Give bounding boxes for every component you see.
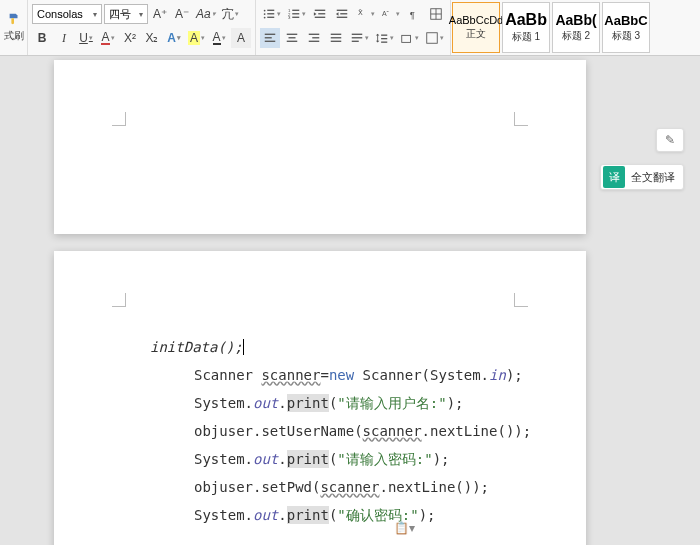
crop-mark-icon — [112, 112, 126, 126]
svg-rect-35 — [331, 41, 342, 42]
asian-layout-button[interactable]: Aˇ — [379, 4, 402, 24]
svg-rect-41 — [381, 38, 387, 39]
change-case-button[interactable]: Aa — [194, 4, 218, 24]
format-painter-icon — [7, 12, 21, 29]
ribbon-toolbar: 式刷 Consolas▾ 四号▾ A⁺ A⁻ Aa 宂 B I U A X² X… — [0, 0, 700, 56]
phonetic-button[interactable]: 宂 — [220, 4, 241, 24]
code-line: Scanner scanner=new Scanner(System.in); — [150, 361, 531, 389]
numbering-button[interactable]: 123 — [285, 4, 308, 24]
style-heading3[interactable]: AaBbC 标题 3 — [602, 2, 650, 53]
svg-rect-13 — [318, 13, 325, 14]
svg-rect-15 — [337, 10, 348, 11]
svg-rect-28 — [289, 37, 296, 38]
font-size-value: 四号 — [109, 7, 131, 22]
style-sample: AaBbC — [604, 13, 647, 28]
format-painter-label: 式刷 — [4, 29, 24, 43]
bullets-button[interactable] — [260, 4, 283, 24]
svg-text:¶: ¶ — [410, 9, 415, 20]
clear-format-button[interactable]: A — [231, 28, 251, 48]
distribute-button[interactable] — [348, 28, 371, 48]
align-center-button[interactable] — [282, 28, 302, 48]
align-left-button[interactable] — [260, 28, 280, 48]
style-label: 标题 2 — [562, 29, 590, 43]
crop-mark-icon — [112, 293, 126, 307]
svg-point-4 — [264, 17, 266, 19]
document-area: initData(); Scanner scanner=new Scanner(… — [0, 56, 700, 545]
text-effects-button[interactable]: A — [164, 28, 184, 48]
note-icon: ✎ — [665, 133, 675, 147]
text-cursor-icon — [243, 339, 244, 355]
shrink-font-button[interactable]: A⁻ — [172, 4, 192, 24]
page-prev[interactable] — [54, 60, 586, 234]
style-sample: AaBb — [505, 11, 547, 29]
svg-rect-9 — [292, 13, 299, 14]
svg-rect-34 — [331, 37, 342, 38]
full-translate-button[interactable]: 译 全文翻译 — [600, 164, 684, 190]
sort-button[interactable]: X̌ — [354, 4, 377, 24]
svg-rect-1 — [267, 10, 274, 11]
style-label: 标题 1 — [512, 30, 540, 44]
chevron-down-icon: ▾ — [139, 10, 143, 19]
translate-icon: 译 — [603, 166, 625, 188]
align-right-button[interactable] — [304, 28, 324, 48]
notes-button[interactable]: ✎ — [656, 128, 684, 152]
subscript-button[interactable]: X₂ — [142, 28, 162, 48]
svg-rect-38 — [352, 41, 359, 42]
code-line: System.out.print("请输入用户名:"); — [150, 389, 531, 417]
svg-rect-44 — [427, 33, 438, 44]
code-line: System.out.print("确认密码:"); — [150, 501, 531, 529]
style-heading2[interactable]: AaBb( 标题 2 — [552, 2, 600, 53]
svg-rect-42 — [381, 42, 387, 43]
svg-rect-14 — [315, 17, 326, 18]
svg-text:X̌: X̌ — [358, 9, 363, 16]
style-heading1[interactable]: AaBb 标题 1 — [502, 2, 550, 53]
svg-rect-29 — [287, 41, 298, 42]
svg-rect-17 — [337, 17, 348, 18]
italic-button[interactable]: I — [54, 28, 74, 48]
svg-rect-31 — [312, 37, 319, 38]
svg-rect-27 — [287, 34, 298, 35]
borders-button[interactable] — [426, 4, 446, 24]
font-group: Consolas▾ 四号▾ A⁺ A⁻ Aa 宂 B I U A X² X₂ A… — [28, 0, 256, 55]
translate-label: 全文翻译 — [631, 170, 675, 185]
svg-text:3: 3 — [288, 15, 291, 20]
table-border-button[interactable] — [423, 28, 446, 48]
font-size-dropdown[interactable]: 四号▾ — [104, 4, 148, 24]
svg-rect-12 — [315, 10, 326, 11]
increase-indent-button[interactable] — [332, 4, 352, 24]
show-marks-button[interactable]: ¶ — [404, 4, 424, 24]
svg-rect-37 — [352, 37, 363, 38]
page-current[interactable]: initData(); Scanner scanner=new Scanner(… — [54, 251, 586, 545]
font-color-b-button[interactable]: A — [209, 28, 229, 48]
svg-rect-25 — [265, 37, 272, 38]
code-line: System.out.print("请输入密码:"); — [150, 445, 531, 473]
decrease-indent-button[interactable] — [310, 4, 330, 24]
grow-font-button[interactable]: A⁺ — [150, 4, 170, 24]
font-color-a-button[interactable]: A — [98, 28, 118, 48]
highlight-button[interactable]: A — [186, 28, 207, 48]
shading-button[interactable] — [398, 28, 421, 48]
svg-rect-16 — [340, 13, 347, 14]
align-justify-button[interactable] — [326, 28, 346, 48]
svg-rect-24 — [265, 34, 276, 35]
line-spacing-button[interactable] — [373, 28, 396, 48]
svg-rect-33 — [331, 34, 342, 35]
format-painter-group[interactable]: 式刷 — [0, 0, 28, 55]
right-float-panel: ✎ 译 全文翻译 — [600, 128, 684, 190]
code-line: objuser.setUserName(scanner.nextLine()); — [150, 417, 531, 445]
paste-options-icon[interactable]: 📋▾ — [394, 521, 415, 535]
svg-rect-40 — [381, 35, 387, 36]
svg-rect-3 — [267, 13, 274, 14]
chevron-down-icon: ▾ — [93, 10, 97, 19]
font-name-dropdown[interactable]: Consolas▾ — [32, 4, 102, 24]
superscript-button[interactable]: X² — [120, 28, 140, 48]
svg-rect-26 — [265, 41, 276, 42]
svg-rect-43 — [402, 35, 411, 42]
svg-rect-5 — [267, 17, 274, 18]
style-label: 正文 — [466, 27, 486, 41]
style-sample: AaBb( — [555, 12, 596, 28]
underline-button[interactable]: U — [76, 28, 96, 48]
style-normal[interactable]: AaBbCcDd 正文 — [452, 2, 500, 53]
svg-rect-36 — [352, 34, 363, 35]
bold-button[interactable]: B — [32, 28, 52, 48]
